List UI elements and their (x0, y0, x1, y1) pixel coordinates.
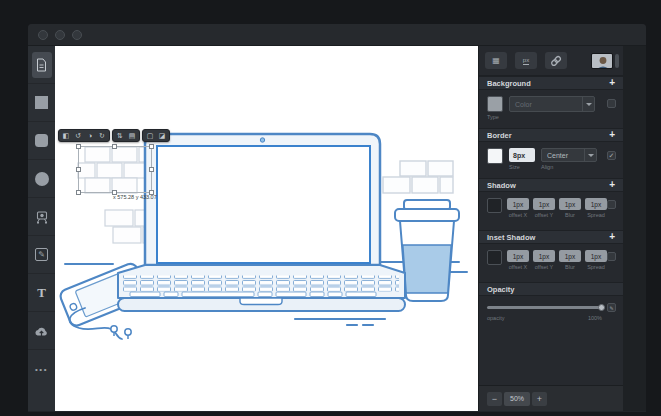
link-icon[interactable] (545, 52, 567, 69)
sidebar-item-upload[interactable] (28, 312, 55, 350)
px-label: px (523, 57, 529, 65)
app-window: ✎ T ••• (28, 24, 646, 412)
inset-shadow-enabled-checkbox[interactable] (607, 252, 616, 261)
title-bar (28, 24, 646, 46)
zoom-icon[interactable] (72, 30, 82, 40)
ellipsis-icon: ••• (35, 365, 48, 374)
opacity-slider-handle[interactable] (598, 304, 605, 311)
selection-box[interactable] (78, 146, 152, 193)
inset-offset-x-input[interactable]: 1px (507, 250, 529, 262)
selection-handle[interactable] (76, 144, 81, 149)
shadow-spread-input[interactable]: 1px (585, 198, 607, 210)
inset-spread-input[interactable]: 1px (585, 250, 607, 262)
window-right-gutter (623, 46, 646, 411)
zoom-in-button[interactable]: + (532, 392, 547, 406)
section-shadow: Shadow + (479, 178, 623, 192)
opacity-row: ✎ opacity 100% (479, 296, 623, 330)
border-size-input[interactable]: 8px (509, 148, 535, 162)
inset-shadow-color-swatch[interactable] (487, 250, 502, 265)
floating-toolbar-group-2: ⇅ ▤ (112, 129, 140, 142)
left-toolbar: ✎ T ••• (28, 46, 55, 411)
rotate-right-icon[interactable]: ↻ (96, 130, 108, 141)
inset-offset-y-input[interactable]: 1px (533, 250, 555, 262)
rounded-square-icon (35, 134, 48, 147)
dropdown-value: Center (542, 152, 584, 159)
blur-label: Blur (565, 264, 575, 270)
border-row: 8px Size Center Align ✓ (479, 142, 623, 178)
add-background-button[interactable]: + (609, 78, 615, 88)
section-border: Border + (479, 128, 623, 142)
add-shadow-button[interactable]: + (609, 180, 615, 190)
blur-label: Blur (565, 212, 575, 218)
minimize-icon[interactable] (55, 30, 65, 40)
sidebar-item-ellipse[interactable] (28, 160, 55, 198)
sidebar-item-rectangle[interactable] (28, 84, 55, 122)
selection-handle[interactable] (76, 167, 81, 172)
selection-handle[interactable] (76, 190, 81, 195)
background-row: Type Color (479, 90, 623, 128)
close-icon[interactable] (38, 30, 48, 40)
size-label: Size (509, 164, 535, 170)
zoom-level[interactable]: 50% (504, 392, 530, 406)
offset-x-label: offset X (509, 212, 528, 218)
background-color-swatch[interactable] (487, 96, 503, 112)
shadow-color-swatch[interactable] (487, 198, 502, 213)
panel-scrollbar[interactable] (615, 54, 619, 68)
shadow-offset-y-input[interactable]: 1px (533, 198, 555, 210)
add-border-button[interactable]: + (609, 130, 615, 140)
sidebar-item-pencil[interactable]: ✎ (28, 236, 55, 274)
sidebar-item-rounded-rectangle[interactable] (28, 122, 55, 160)
user-avatar[interactable] (591, 53, 613, 69)
shadow-enabled-checkbox[interactable] (607, 200, 616, 209)
coordinates-tooltip: x 575.28 y 433.07 (113, 194, 157, 200)
zoom-out-button[interactable]: − (487, 392, 502, 406)
section-title: Opacity (487, 285, 515, 294)
zoom-bar: − 50% + (479, 385, 623, 411)
pencil-icon: ✎ (35, 248, 48, 261)
flip-icon[interactable]: ◑ (84, 130, 96, 141)
arrange-down-icon[interactable]: ▤ (126, 130, 138, 141)
background-enabled-checkbox[interactable] (607, 99, 616, 108)
rotate-left-icon[interactable]: ↺ (72, 130, 84, 141)
shadow-offset-x-input[interactable]: 1px (507, 198, 529, 210)
arrange-up-icon[interactable]: ⇅ (114, 130, 126, 141)
opacity-edit-icon[interactable]: ✎ (607, 303, 616, 312)
section-title: Shadow (487, 181, 516, 190)
offset-x-label: offset X (509, 264, 528, 270)
selection-handle[interactable] (149, 144, 154, 149)
type-label: Type (487, 114, 503, 120)
floating-toolbar-group-1: ◧ ↺ ◑ ↻ (58, 129, 110, 142)
sidebar-item-text[interactable]: T (28, 274, 55, 312)
group-icon[interactable]: ▢ (144, 130, 156, 141)
add-inset-shadow-button[interactable]: + (609, 232, 615, 242)
offset-y-label: offset Y (535, 212, 553, 218)
spread-label: Spread (587, 264, 605, 270)
opacity-slider[interactable] (487, 306, 603, 309)
border-color-swatch[interactable] (487, 148, 503, 164)
duplicate-icon[interactable]: ◧ (60, 130, 72, 141)
opacity-value: 100% (588, 315, 602, 321)
selection-handle[interactable] (149, 167, 154, 172)
style-icon[interactable]: ◪ (156, 130, 168, 141)
border-enabled-checkbox[interactable]: ✓ (607, 151, 616, 160)
selection-handle[interactable] (112, 144, 117, 149)
grid-icon[interactable]: ▦ (485, 52, 507, 69)
px-icon[interactable]: px (515, 52, 537, 69)
dropdown-value: Color (510, 101, 582, 108)
pen-tool-icon (35, 210, 49, 224)
circle-icon (35, 172, 49, 186)
sidebar-item-more[interactable]: ••• (28, 350, 55, 388)
chevron-down-icon (584, 149, 596, 161)
shadow-blur-input[interactable]: 1px (559, 198, 581, 210)
border-align-dropdown[interactable]: Center (541, 148, 597, 162)
square-icon (35, 96, 48, 109)
background-type-dropdown[interactable]: Color (509, 96, 595, 112)
section-opacity: Opacity (479, 282, 623, 296)
properties-panel: ▦ px (478, 46, 623, 411)
sidebar-item-pen[interactable] (28, 198, 55, 236)
sidebar-item-pages[interactable] (28, 46, 55, 84)
inset-blur-input[interactable]: 1px (559, 250, 581, 262)
section-title: Background (487, 79, 531, 88)
floating-toolbar-group-3: ▢ ◪ (142, 129, 170, 142)
canvas[interactable]: x 575.28 y 433.07 ◧ ↺ ◑ ↻ ⇅ ▤ ▢ ◪ (55, 46, 478, 411)
